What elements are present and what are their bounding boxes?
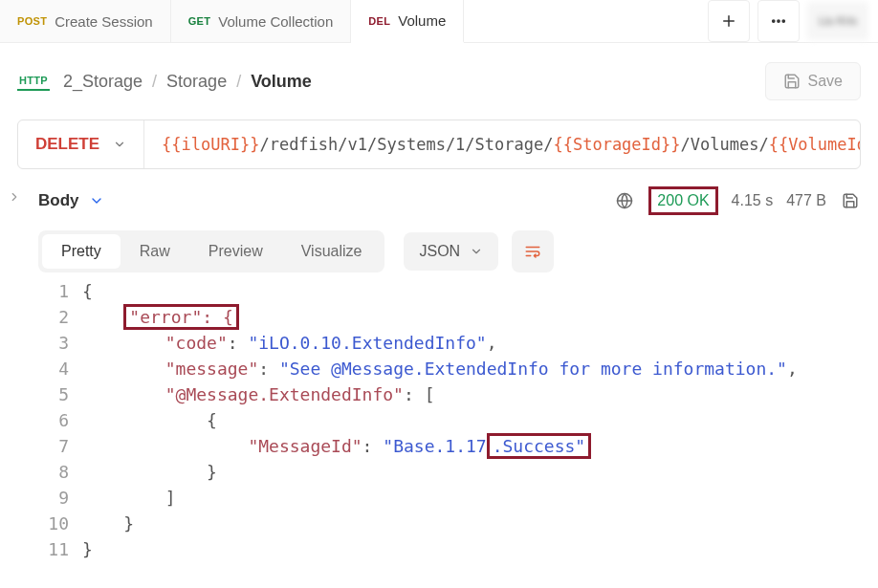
http-badge: HTTP [17, 72, 50, 91]
view-visualize[interactable]: Visualize [282, 234, 382, 269]
format-label: JSON [419, 243, 460, 260]
user-avatar[interactable]: Liu Kris [807, 2, 868, 40]
method-badge: POST [17, 15, 47, 27]
view-pretty[interactable]: Pretty [42, 234, 121, 269]
response-area: Body 200 OK 4.15 s 477 B Pretty Raw Prev… [0, 186, 878, 562]
url-bar: DELETE {{iloURI}}/redfish/v1/Systems/1/S… [17, 120, 861, 169]
tab-title: Volume Collection [218, 13, 333, 30]
svg-point-4 [782, 20, 784, 22]
svg-point-3 [778, 20, 779, 22]
crumb-sep: / [236, 72, 241, 92]
breadcrumb: 2_Storage / Storage / Volume [63, 72, 312, 92]
tab-volume[interactable]: DEL Volume [351, 0, 464, 43]
line-gutter: 1234567891011 [38, 278, 82, 562]
method-badge: GET [188, 15, 211, 27]
more-horizontal-icon [770, 12, 787, 30]
save-response-button[interactable] [840, 190, 861, 211]
chevron-down-icon [470, 245, 483, 258]
crumb-storage[interactable]: Storage [166, 72, 227, 92]
crumb-2storage[interactable]: 2_Storage [63, 72, 143, 92]
crumb-sep: / [152, 72, 157, 92]
new-tab-button[interactable] [708, 0, 750, 42]
tab-volume-collection[interactable]: GET Volume Collection [171, 0, 352, 42]
save-icon [783, 73, 801, 90]
body-header: Body 200 OK 4.15 s 477 B [38, 186, 861, 215]
expand-rail[interactable] [0, 186, 29, 562]
more-tabs-button[interactable] [757, 0, 800, 42]
plus-icon [720, 12, 737, 30]
chevron-down-icon [113, 138, 126, 151]
crumb-current: Volume [251, 72, 312, 92]
tab-create-session[interactable]: POST Create Session [0, 0, 171, 42]
method-select[interactable]: DELETE [18, 120, 144, 168]
view-raw[interactable]: Raw [121, 234, 189, 269]
svg-point-2 [773, 20, 775, 22]
method-badge: DEL [368, 15, 390, 27]
network-icon[interactable] [614, 190, 635, 211]
breadcrumb-row: HTTP 2_Storage / Storage / Volume Save [0, 43, 878, 120]
save-label: Save [808, 73, 843, 90]
view-tabs: Pretty Raw Preview Visualize JSON [38, 230, 861, 272]
wrap-icon [524, 243, 541, 260]
wrap-lines-button[interactable] [512, 230, 554, 272]
tab-actions: Liu Kris [698, 0, 878, 42]
status-bar: 200 OK 4.15 s 477 B [614, 186, 861, 215]
save-button[interactable]: Save [765, 62, 861, 100]
status-size: 477 B [786, 192, 826, 209]
view-preview[interactable]: Preview [189, 234, 282, 269]
status-time: 4.15 s [732, 192, 774, 209]
tab-title: Volume [398, 12, 446, 29]
body-title: Body [38, 191, 79, 210]
url-input[interactable]: {{iloURI}}/redfish/v1/Systems/1/Storage/… [144, 135, 860, 154]
chevron-down-icon[interactable] [89, 193, 104, 208]
tab-title: Create Session [55, 13, 153, 30]
method-label: DELETE [35, 135, 99, 154]
response-body[interactable]: 1234567891011 { "error": { "code": "iLO.… [38, 278, 861, 562]
chevron-right-icon [8, 190, 21, 204]
code-lines: { "error": { "code": "iLO.0.10.ExtendedI… [82, 278, 861, 562]
view-mode-segment: Pretty Raw Preview Visualize [38, 230, 384, 272]
format-select[interactable]: JSON [404, 232, 498, 271]
request-tabs: POST Create Session GET Volume Collectio… [0, 0, 878, 43]
status-code: 200 OK [648, 186, 717, 215]
